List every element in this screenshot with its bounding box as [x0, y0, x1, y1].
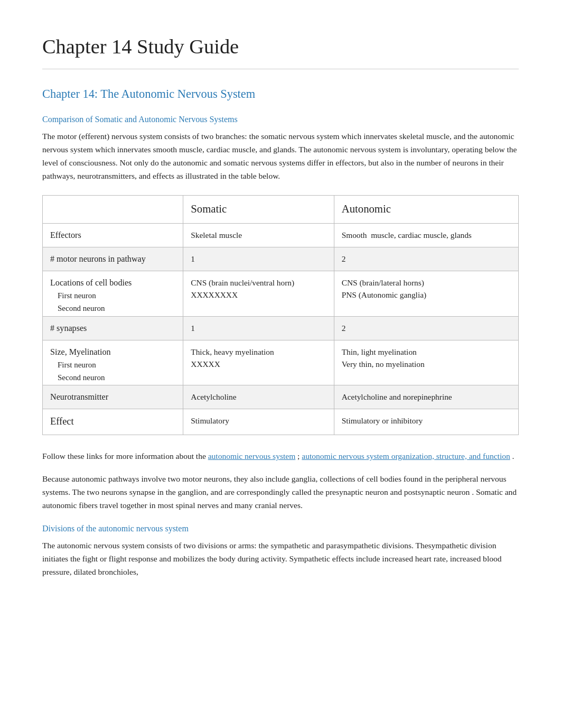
row-autonomic-motor-neurons: 2 — [334, 247, 518, 271]
links-prefix: Follow these links for more information … — [42, 451, 208, 460]
intro-paragraph: The motor (efferent) nervous system cons… — [42, 130, 519, 182]
table-row: # synapses 1 2 — [43, 316, 519, 340]
row-autonomic-effect: Stimulatory or inhibitory — [334, 409, 518, 435]
row-autonomic-myelination: Thin, light myelinationVery thin, no mye… — [334, 340, 518, 385]
row-somatic-synapses: 1 — [183, 316, 334, 340]
table-header-autonomic: Autonomic — [334, 196, 518, 223]
sublabel-first-neuron: First neuron — [50, 291, 96, 300]
table-row: Effect Stimulatory Stimulatory or inhibi… — [43, 409, 519, 435]
sublabel-myelination-second: Second neuron — [50, 373, 105, 382]
row-autonomic-effectors: Smooth muscle, cardiac muscle, glands — [334, 223, 518, 247]
sublabel-second-neuron: Second neuron — [50, 304, 105, 312]
links-paragraph: Follow these links for more information … — [42, 450, 519, 463]
subsection2-title: Divisions of the autonomic nervous syste… — [42, 522, 519, 535]
table-row: Neurotransmitter Acetylcholine Acetylcho… — [43, 385, 519, 409]
table-row: # motor neurons in pathway 1 2 — [43, 247, 519, 271]
page-title: Chapter 14 Study Guide — [42, 32, 519, 69]
row-label-effect: Effect — [43, 409, 183, 435]
link-autonomic-nervous-system[interactable]: autonomic nervous system — [208, 451, 295, 460]
link-autonomic-organization[interactable]: autonomic nervous system organization, s… — [302, 451, 510, 460]
row-autonomic-synapses: 2 — [334, 316, 518, 340]
row-somatic-myelination: Thick, heavy myelinationXXXXX — [183, 340, 334, 385]
row-label-motor-neurons: # motor neurons in pathway — [43, 247, 183, 271]
subsection1-title: Comparison of Somatic and Autonomic Nerv… — [42, 113, 519, 126]
ganglia-paragraph: Because autonomic pathways involve two m… — [42, 473, 519, 512]
links-suffix: . — [512, 451, 515, 460]
table-row: Effectors Skeletal muscle Smooth muscle,… — [43, 223, 519, 247]
row-somatic-motor-neurons: 1 — [183, 247, 334, 271]
table-row: Locations of cell bodies First neuron Se… — [43, 271, 519, 316]
divisions-paragraph: The autonomic nervous system consists of… — [42, 539, 519, 578]
table-header-empty — [43, 196, 183, 223]
row-somatic-effectors: Skeletal muscle — [183, 223, 334, 247]
table-row: Size, Myelination First neuron Second ne… — [43, 340, 519, 385]
section-title: Chapter 14: The Autonomic Nervous System — [42, 85, 519, 103]
comparison-table: Somatic Autonomic Effectors Skeletal mus… — [42, 195, 519, 435]
row-label-locations: Locations of cell bodies First neuron Se… — [43, 271, 183, 316]
row-label-neurotransmitter: Neurotransmitter — [43, 385, 183, 409]
row-autonomic-locations: CNS (brain/lateral horns)PNS (Autonomic … — [334, 271, 518, 316]
sublabel-myelination-first: First neuron — [50, 361, 96, 369]
links-separator: ; — [297, 451, 300, 460]
row-label-myelination: Size, Myelination First neuron Second ne… — [43, 340, 183, 385]
row-label-effectors: Effectors — [43, 223, 183, 247]
table-header-somatic: Somatic — [183, 196, 334, 223]
row-somatic-effect: Stimulatory — [183, 409, 334, 435]
row-label-synapses: # synapses — [43, 316, 183, 340]
row-somatic-locations: CNS (brain nuclei/ventral horn)XXXXXXXX — [183, 271, 334, 316]
row-autonomic-neurotransmitter: Acetylcholine and norepinephrine — [334, 385, 518, 409]
row-somatic-neurotransmitter: Acetylcholine — [183, 385, 334, 409]
